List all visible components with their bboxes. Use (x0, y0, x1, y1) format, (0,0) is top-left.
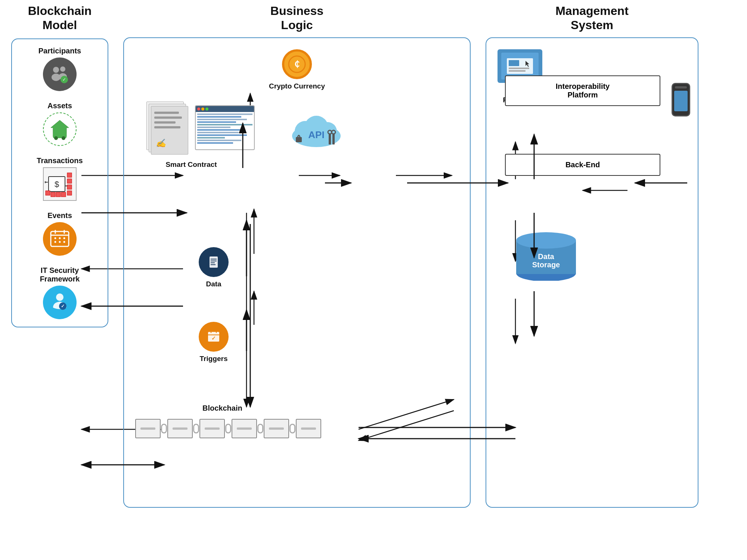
it-security-icon: ✓ (43, 286, 77, 319)
diagram-container: BlockchainModel Participants ✓ (0, 0, 710, 515)
svg-point-26 (54, 136, 58, 140)
backend-label: Back-End (505, 154, 660, 176)
code-l6 (197, 127, 230, 128)
cloud-svg: API (288, 113, 344, 150)
phone-icon (672, 83, 690, 116)
transactions-item: Transactions $ (18, 156, 102, 201)
phone-speaker (675, 86, 687, 88)
doc-line-1 (154, 112, 179, 114)
svg-point-50 (59, 241, 61, 243)
chain-block-5 (264, 419, 289, 438)
svg-text:$: $ (55, 180, 59, 189)
svg-rect-63 (329, 133, 331, 144)
events-icon (43, 222, 77, 256)
svg-rect-34 (67, 173, 72, 177)
code-content (196, 112, 254, 146)
api-cloud-area: API (288, 113, 344, 150)
code-monitor (195, 105, 255, 150)
chain-inner-5 (269, 427, 284, 430)
participants-item: Participants ✓ (18, 47, 102, 91)
svg-point-46 (55, 237, 56, 239)
data-label: Data (206, 280, 221, 288)
svg-rect-38 (46, 191, 50, 195)
triggers-icon: ✓ (199, 322, 229, 352)
transactions-label: Transactions (37, 156, 83, 165)
code-l8 (197, 132, 239, 133)
doc-page-3: ✍ (151, 106, 188, 155)
doc-line-2 (154, 116, 182, 119)
code-l11 (197, 140, 241, 141)
chain-link-5 (289, 424, 295, 433)
triggers-label: Triggers (200, 355, 228, 363)
svg-rect-64 (332, 133, 335, 144)
business-column: BusinessLogic ₵ Crypto Currency (123, 0, 471, 515)
chain-inner-3 (205, 427, 220, 430)
svg-text:Data: Data (538, 252, 554, 261)
smart-contract-docs: ✍ (146, 102, 236, 158)
svg-rect-62 (296, 137, 302, 142)
code-l1 (197, 113, 252, 115)
backend-box: Back-End (505, 154, 660, 176)
interop-box: InteroperabilityPlatform (505, 75, 660, 106)
svg-text:Storage: Storage (532, 261, 560, 269)
monitor-titlebar (196, 106, 254, 112)
svg-rect-68 (210, 256, 218, 268)
it-security-label: IT Security Framework (40, 266, 80, 283)
chain-block-4 (232, 419, 257, 438)
phone-area (672, 83, 690, 116)
svg-point-27 (62, 136, 65, 140)
code-l5 (197, 124, 252, 125)
chain-block-1 (135, 419, 161, 438)
doc-lines (154, 112, 185, 131)
code-l7 (197, 129, 244, 131)
code-l12 (197, 142, 233, 144)
blockchain-header: BlockchainModel (11, 0, 108, 32)
svg-text:✓: ✓ (211, 335, 216, 341)
crypto-coin-icon: ₵ (282, 49, 312, 79)
it-security-item: IT Security Framework ✓ (18, 266, 102, 319)
triggers-area: ✓ Triggers (199, 322, 229, 363)
chain-link-2 (193, 424, 199, 433)
chain-link-4 (257, 424, 263, 433)
management-header: ManagementSystem (486, 0, 698, 32)
svg-point-49 (55, 241, 56, 243)
chain-inner-4 (237, 427, 252, 430)
data-storage-area: Data Storage (509, 232, 583, 282)
svg-rect-35 (67, 179, 72, 183)
svg-rect-41 (61, 192, 66, 197)
participants-icon: ✓ (43, 57, 77, 91)
svg-rect-82 (509, 70, 526, 72)
doc-signature: ✍ (156, 139, 166, 148)
participants-label: Participants (38, 47, 81, 55)
svg-text:API: API (308, 129, 324, 140)
svg-text:✓: ✓ (62, 77, 66, 82)
blockchain-inner-panel: Participants ✓ Assets (11, 38, 108, 327)
code-l10 (197, 137, 225, 139)
svg-text:✓: ✓ (61, 304, 65, 309)
svg-text:₵: ₵ (294, 59, 300, 69)
cloud-container: API (288, 113, 344, 150)
phone-screen (674, 91, 688, 111)
business-header: BusinessLogic (123, 0, 471, 32)
chain-inner-2 (173, 427, 187, 430)
code-l9 (197, 134, 247, 136)
interop-label: InteroperabilityPlatform (505, 75, 660, 106)
doc-line-3 (154, 121, 176, 124)
transactions-icon: $ (43, 167, 77, 201)
svg-point-18 (53, 67, 59, 73)
chain-inner-6 (301, 427, 316, 430)
svg-rect-36 (67, 185, 72, 189)
svg-point-86 (516, 232, 576, 249)
blockchain-chain-area (135, 419, 321, 438)
management-inner-panel: Front-End InteroperabilityPlatform Back-… (486, 37, 698, 508)
chain-inner-1 (140, 427, 155, 430)
svg-point-20 (60, 66, 65, 72)
svg-point-47 (59, 237, 61, 239)
data-area: Data (199, 247, 229, 288)
crypto-area: ₵ Crypto Currency (269, 49, 325, 90)
assets-item: Assets (18, 102, 102, 146)
screen-content-svg (505, 56, 535, 76)
smart-contract-label: Smart Contract (165, 161, 217, 169)
svg-rect-37 (67, 191, 72, 195)
blockchain-label-area: Blockchain (202, 404, 242, 413)
